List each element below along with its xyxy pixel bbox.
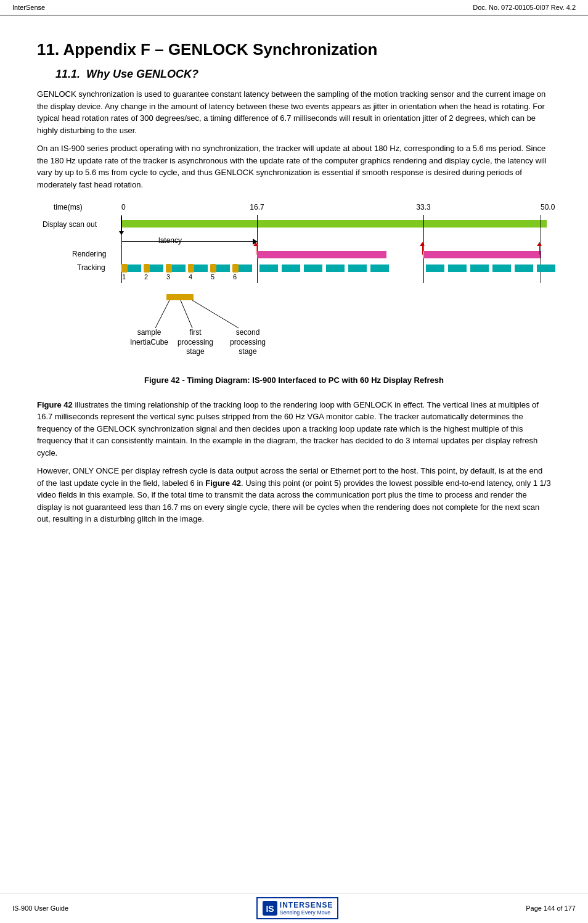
tracking-label: Tracking — [77, 263, 105, 272]
figure-caption: Figure 42 - Timing Diagram: IS-900 Inter… — [37, 374, 551, 387]
dot-2 — [166, 264, 172, 273]
header-left: InterSense — [12, 4, 45, 11]
time-33: 33.3 — [416, 203, 430, 211]
tracking-seg-13 — [426, 265, 444, 272]
tracking-seg-16 — [492, 265, 511, 272]
time-label: time(ms) — [54, 203, 83, 211]
rendering-label: Rendering — [72, 250, 106, 258]
logo-icon: IS — [261, 900, 279, 917]
tracking-seg-8 — [282, 265, 300, 272]
track-num-3: 3 — [166, 273, 170, 281]
page-content: 11. Appendix F – GENLOCK Synchronization… — [0, 15, 588, 581]
time-16: 16.7 — [250, 203, 264, 211]
svg-line-0 — [155, 300, 169, 328]
tracking-seg-15 — [470, 265, 489, 272]
footer-left: IS-900 User Guide — [12, 905, 68, 912]
rendering-bar-1 — [257, 251, 386, 258]
logo-text-sense: Sensing Every Move — [280, 909, 333, 916]
dot-3 — [188, 264, 194, 273]
display-scanout-label: Display scan out — [43, 220, 97, 229]
render-arrowhead-3 — [537, 242, 542, 246]
track-num-4: 4 — [189, 273, 192, 281]
tracking-seg-10 — [326, 265, 345, 272]
label-second-processing: secondprocessingstage — [220, 328, 276, 357]
paragraph-1: GENLOCK synchronization is used to guara… — [37, 88, 551, 136]
subsection-title: 11.1. Why Use GENLOCK? — [55, 68, 551, 81]
tracking-seg-12 — [370, 265, 389, 272]
logo-text-inter: INTERSENSE — [280, 901, 333, 909]
tracking-seg-9 — [304, 265, 322, 272]
track-num-1: 1 — [122, 273, 126, 281]
tracking-seg-11 — [348, 265, 367, 272]
paragraph-4: However, ONLY ONCE per display refresh c… — [37, 465, 551, 525]
latency-line — [121, 241, 256, 242]
track-num-2: 2 — [144, 273, 148, 281]
page-footer: IS-900 User Guide IS INTERSENSE Sensing … — [0, 893, 588, 923]
render-arrowhead-1 — [253, 242, 258, 246]
svg-line-1 — [192, 300, 239, 328]
dot-4 — [210, 264, 216, 273]
render-arrowhead-2 — [420, 242, 425, 246]
section-title: 11. Appendix F – GENLOCK Synchronization — [37, 40, 551, 59]
rendering-bar-2 — [423, 251, 541, 258]
track-num-5: 5 — [211, 273, 214, 281]
svg-line-2 — [181, 300, 192, 328]
tracking-seg-18 — [537, 265, 555, 272]
label-sample-inertiaCube: sampleInertiaCube — [121, 328, 177, 347]
latency-label: latency — [158, 236, 182, 245]
dot-5 — [232, 264, 239, 273]
dot-1 — [144, 264, 150, 273]
paragraph-3: Figure 42 illustrates the timing relatio… — [37, 399, 551, 459]
tracking-seg-7 — [259, 265, 278, 272]
dot-0 — [121, 264, 128, 273]
header-right: Doc. No. 072-00105-0I07 Rev. 4.2 — [473, 4, 576, 11]
time-50: 50.0 — [541, 203, 555, 211]
footer-logo: IS INTERSENSE Sensing Every Move — [256, 897, 338, 919]
timing-diagram: time(ms) 0 16.7 33.3 50.0 Display scan o… — [37, 203, 551, 368]
time-0: 0 — [121, 203, 126, 211]
svg-text:IS: IS — [266, 904, 274, 914]
display-bar — [121, 220, 547, 228]
page-header: InterSense Doc. No. 072-00105-0I07 Rev. … — [0, 0, 588, 15]
label-first-processing: firstprocessingstage — [171, 328, 220, 357]
footer-right: Page 144 of 177 — [526, 905, 576, 912]
tracking-seg-14 — [448, 265, 467, 272]
tracking-seg-17 — [515, 265, 533, 272]
track-num-6: 6 — [233, 273, 237, 281]
paragraph-2: On an IS-900 series product operating wi… — [37, 142, 551, 191]
down-arrowhead — [119, 231, 124, 235]
